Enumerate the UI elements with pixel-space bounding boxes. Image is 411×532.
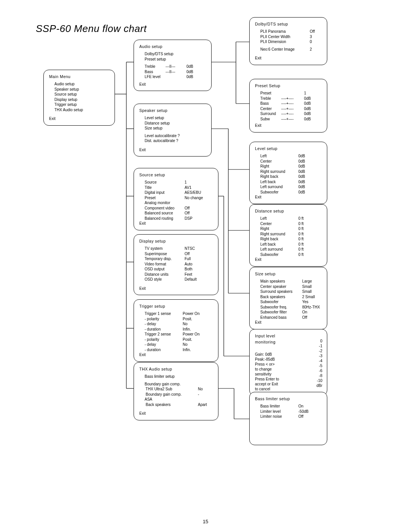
list-item: Subwoofer0dB — [260, 190, 322, 195]
list-item: to change — [255, 367, 301, 372]
input-level-title1: Input level — [255, 333, 301, 339]
list-item: Bass----+----0dB — [260, 101, 322, 106]
list-item: accept or Exit — [255, 382, 301, 387]
list-item: - durationInfin. — [145, 347, 213, 353]
display-setup-exit: Exit — [139, 286, 213, 291]
list-item: Source1 — [145, 180, 213, 185]
speaker-setup-title: Speaker setup — [139, 108, 207, 113]
item-value: Power On — [183, 311, 199, 316]
thx-asa: ASA — [145, 397, 213, 402]
list-item: -1 — [301, 343, 322, 348]
dolby-exit: Exit — [255, 56, 322, 61]
item-mid: ----+---- — [281, 96, 304, 101]
dolby-dts-title: Dolby/DTS setup — [255, 21, 322, 27]
list-item: - polarityPosit. — [145, 316, 213, 322]
item-value: AES/EBU — [185, 190, 201, 195]
item-value: Large — [302, 279, 312, 284]
item-value: 0 ft — [298, 232, 304, 237]
list-item: Component videoOff — [145, 206, 213, 211]
list-item: Boundary gain comp.- — [145, 392, 213, 397]
list-item: Digital inputAES/EBU — [145, 190, 213, 195]
item-label: - polarity — [145, 337, 183, 342]
speaker-setup-exit: Exit — [139, 147, 207, 153]
item-label: Left — [260, 216, 298, 221]
bass-limiter-setup-box: Bass limiter setup Bass limiterOnLimiter… — [249, 392, 327, 445]
item-label: Source — [145, 180, 185, 185]
item-value: 0 ft — [298, 252, 304, 257]
dolby-dts-setup-box: Dolby/DTS setup PLII PanoramaOffPLII Cen… — [249, 17, 327, 65]
item-label: OSD style — [145, 277, 185, 282]
item-label: - duration — [145, 347, 183, 353]
list-item: Back speakersApart — [145, 402, 213, 407]
thx-boundary-gain: Boundary gain comp. — [145, 382, 213, 387]
item-label: Back speakers — [260, 294, 302, 300]
item-mid: ----+---- — [281, 117, 304, 122]
item-label: Left surround — [260, 247, 298, 252]
list-item: - delayNo — [145, 321, 213, 327]
item-label: OSD output — [145, 267, 185, 272]
item-label: Trigger 1 sense — [145, 311, 183, 316]
thx-exit: Exit — [139, 411, 213, 416]
item-label: Center — [260, 159, 298, 164]
list-item: -5 — [301, 363, 322, 368]
item-label: Surround speakers — [260, 289, 302, 294]
list-item: Size setup — [145, 126, 207, 131]
item-value: - — [198, 392, 199, 397]
item-value: 0dB — [304, 106, 311, 112]
item-value: No — [183, 321, 188, 327]
speaker-setup-box: Speaker setup Level setupDistance setupS… — [134, 104, 212, 157]
item-label: Distance units — [145, 272, 185, 277]
item-value: No — [198, 387, 203, 392]
item-value: Small — [302, 284, 312, 289]
item-value: Off — [185, 211, 190, 216]
item-value: On — [302, 310, 307, 315]
item-value: 0 — [310, 39, 312, 45]
list-item: TitleAV1 — [145, 185, 213, 190]
item-label: PLII Dimension — [260, 39, 310, 45]
item-value: 2 Small — [302, 294, 315, 300]
item-mid: ----+---- — [281, 111, 304, 117]
item-label: Left back — [260, 179, 298, 185]
item-label: Balanced routing — [145, 216, 185, 221]
list-item: Left back0 ft — [260, 242, 322, 247]
list-item: Analog monitor — [145, 200, 213, 206]
item-value: No — [183, 342, 188, 347]
list-item: -2 — [301, 348, 322, 353]
list-item: Left back0dB — [260, 179, 322, 185]
list-item: Gain: 0dB — [255, 352, 301, 357]
item-label: Preset — [145, 195, 185, 201]
item-value: Small — [302, 289, 312, 294]
item-label: TV system — [145, 246, 185, 251]
item-value: Off — [302, 315, 307, 320]
item-label: Back speakers — [145, 402, 198, 407]
item-value: 0 ft — [298, 242, 304, 247]
item-label: - polarity — [145, 316, 183, 322]
list-item: TV systemNTSC — [145, 246, 213, 251]
item-value: Auto — [185, 262, 193, 267]
item-label: THX Ultra2 Sub — [145, 387, 198, 392]
source-setup-box: Source setup Source1TitleAV1Digital inpu… — [134, 168, 218, 230]
item-value: Apart — [198, 402, 207, 407]
list-item: Press < or> — [255, 362, 301, 367]
list-item: Left0dB — [260, 153, 322, 159]
list-item: Dist. autocalibrate ? — [145, 138, 207, 144]
item-label: Main speakers — [260, 279, 302, 284]
item-value: Default — [185, 277, 197, 282]
item-value: Posit. — [183, 337, 192, 342]
thx-audio-setup-box: THX Audio setup Bass limiter setup Bound… — [134, 362, 218, 420]
item-value: 0dB — [186, 74, 193, 80]
trigger-setup-exit: Exit — [139, 352, 213, 358]
item-value: On — [298, 404, 303, 409]
item-value: 0dB — [298, 164, 305, 169]
list-item: Trigger 2 sensePower On — [145, 332, 213, 337]
item-mid: ----+---- — [281, 106, 304, 112]
item-value: NTSC — [185, 246, 195, 251]
list-item: Surround speakersSmall — [260, 289, 322, 294]
item-mid: ---II--- — [166, 69, 186, 75]
list-item: - durationInfin. — [145, 327, 213, 332]
item-value: 0dB — [304, 96, 311, 101]
item-label: Trigger 2 sense — [145, 332, 183, 337]
item-label: Enhanced bass — [260, 315, 302, 320]
item-value: Infin. — [183, 347, 191, 353]
input-level-title2: monitoring — [255, 339, 301, 345]
